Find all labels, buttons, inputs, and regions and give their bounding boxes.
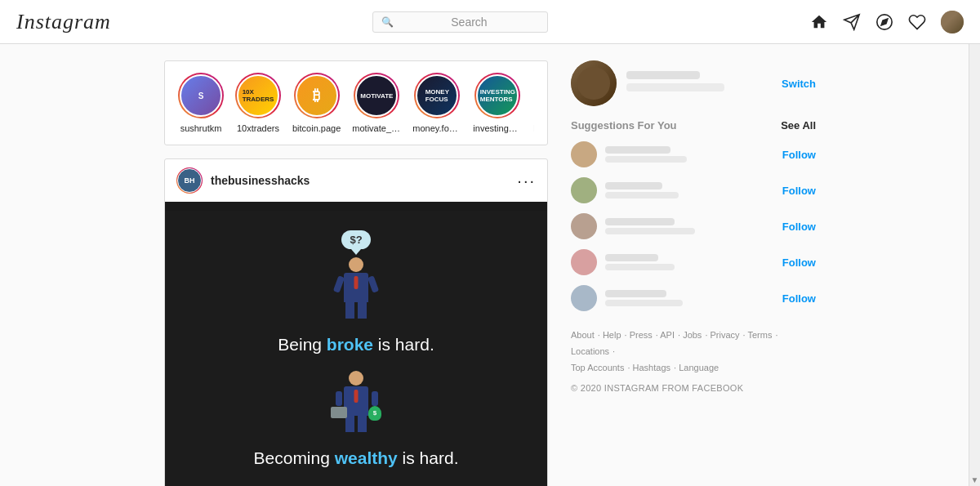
suggestion-name-blurred [605, 290, 666, 297]
suggestion-meta-blurred [605, 228, 695, 234]
story-username: money.focus [412, 123, 461, 133]
footer-link-jobs[interactable]: Jobs [683, 330, 702, 340]
suggestion-item: Follow [571, 249, 816, 275]
suggestion-name-blurred [605, 182, 662, 189]
suggestion-text [605, 182, 679, 198]
follow-button[interactable]: Follow [782, 292, 816, 305]
story-avatar-wrap: MOTIVATE [354, 73, 399, 118]
suggestion-avatar[interactable] [571, 249, 597, 275]
see-all-button[interactable]: See All [781, 119, 816, 132]
suggestion-left [571, 141, 687, 167]
home-button[interactable] [810, 13, 828, 31]
follow-button[interactable]: Follow [782, 221, 816, 233]
suggestion-text [605, 146, 687, 163]
footer-link-language[interactable]: Language [679, 363, 719, 372]
suggestion-left [571, 249, 675, 275]
story-avatar-wrap: ₿ [294, 73, 340, 118]
suggestion-avatar[interactable] [571, 213, 597, 239]
follow-button[interactable]: Follow [782, 256, 816, 269]
story-username: 10xtraders [237, 123, 279, 133]
story-avatar-wrap: 10XTRADERS [235, 73, 281, 118]
main-container: S sushrutkm 10XTRADERS 10xtraders ₿ bitc… [82, 44, 898, 486]
suggestion-avatar[interactable] [571, 285, 597, 311]
follow-button[interactable]: Follow [782, 185, 816, 197]
story-username: businessem... [533, 123, 534, 133]
sidebar: Switch Suggestions For You See All Follo… [571, 60, 816, 486]
footer-links: About· Help· Press· API· Jobs· Privacy· … [571, 328, 816, 397]
compass-button[interactable] [875, 13, 893, 31]
sidebar-profile: Switch [571, 60, 816, 106]
story-item[interactable]: 10XTRADERS 10xtraders [235, 73, 281, 133]
footer-link-top-accounts[interactable]: Top Accounts [571, 363, 624, 372]
logo[interactable]: Instagram [16, 10, 111, 34]
footer-link-locations[interactable]: Locations [571, 346, 609, 356]
suggestion-meta-blurred [605, 156, 687, 163]
suggestion-name-blurred [605, 218, 675, 225]
send-button[interactable] [843, 13, 861, 31]
story-avatar-wrap: INVESTINGMENTORS [474, 73, 520, 118]
suggestion-text [605, 290, 683, 306]
suggestion-meta-blurred [605, 264, 675, 270]
footer-link-api[interactable]: API [660, 330, 675, 340]
post-avatar-inner: BH [177, 168, 202, 193]
story-item[interactable]: 👑$ businessem... [533, 73, 534, 133]
story-username: sushrutkm [180, 123, 222, 133]
footer-link-about[interactable]: About [571, 330, 595, 340]
profile-avatar-nav[interactable] [941, 11, 964, 33]
suggestion-avatar[interactable] [571, 141, 597, 167]
feed-column: S sushrutkm 10XTRADERS 10xtraders ₿ bitc… [164, 60, 548, 486]
caption-line-1: Being broke is hard. [278, 335, 434, 354]
profile-name-blurred [626, 83, 724, 91]
suggestion-text [605, 254, 675, 270]
profile-username-blurred [626, 71, 700, 79]
nav-icon-group [810, 11, 964, 33]
footer-link-press[interactable]: Press [630, 330, 653, 340]
story-item[interactable]: INVESTINGMENTORS investingm... [473, 73, 522, 133]
suggestions-title: Suggestions For You [571, 119, 677, 132]
story-username: motivate_vi... [352, 123, 401, 133]
sidebar-profile-left [571, 60, 724, 106]
caption-line-2: Becoming wealthy is hard. [254, 448, 459, 468]
footer-link-privacy[interactable]: Privacy [710, 330, 740, 340]
switch-button[interactable]: Switch [782, 78, 816, 90]
post-card: BH thebusinesshacks ··· $? [164, 158, 548, 486]
story-item[interactable]: MOTIVATE motivate_vi... [352, 73, 401, 133]
post-more-button[interactable]: ··· [517, 172, 536, 189]
speech-bubble-text: $? [350, 234, 362, 246]
follow-button[interactable]: Follow [782, 149, 816, 161]
story-username: investingm... [473, 123, 522, 133]
suggestion-left [571, 285, 683, 311]
search-input[interactable] [399, 16, 539, 29]
sidebar-profile-avatar[interactable] [571, 60, 617, 106]
suggestion-left [571, 177, 679, 203]
suggestion-left [571, 213, 695, 239]
suggestions-list: Follow Follow [571, 141, 816, 311]
story-avatar: MOTIVATE [355, 74, 398, 117]
suggestion-meta-blurred [605, 192, 679, 198]
story-avatar: 10XTRADERS [237, 74, 279, 117]
sidebar-profile-info [626, 71, 724, 96]
search-bar[interactable]: 🔍 [372, 11, 548, 33]
suggestions-header: Suggestions For You See All [571, 119, 816, 132]
scrollbar[interactable]: ▲ ▼ [969, 0, 980, 486]
story-item[interactable]: S sushrutkm [178, 73, 224, 133]
compass-icon [875, 13, 893, 31]
suggestion-text [605, 218, 695, 234]
suggestion-avatar[interactable] [571, 177, 597, 203]
story-item[interactable]: ₿ bitcoin.page [292, 73, 341, 133]
scrollbar-arrow-down[interactable]: ▼ [969, 475, 980, 484]
story-item[interactable]: MONEYFOCUS money.focus [412, 73, 461, 133]
post-avatar[interactable]: BH [176, 167, 203, 194]
story-avatar: S [180, 74, 222, 117]
suggestion-item: Follow [571, 285, 816, 311]
footer-link-help[interactable]: Help [603, 330, 621, 340]
stories-container: S sushrutkm 10XTRADERS 10xtraders ₿ bitc… [164, 60, 548, 145]
story-avatar: INVESTINGMENTORS [476, 74, 519, 117]
post-header: BH thebusinesshacks ··· [165, 159, 547, 202]
footer-link-hashtags[interactable]: Hashtags [633, 363, 670, 372]
heart-button[interactable] [908, 13, 926, 31]
footer-link-terms[interactable]: Terms [747, 330, 772, 340]
post-username[interactable]: thebusinesshacks [211, 174, 310, 187]
suggestion-item: Follow [571, 213, 816, 239]
story-avatar-wrap: S [178, 73, 224, 118]
